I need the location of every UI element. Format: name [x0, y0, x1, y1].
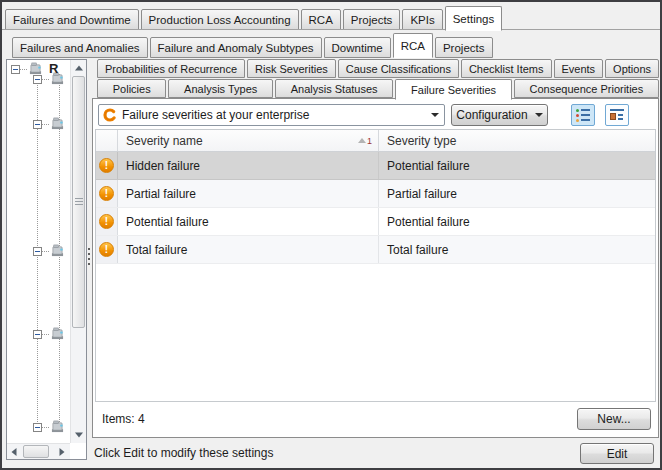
- hierarchy-tree-panel: R: [6, 59, 87, 460]
- tab-rca-settings[interactable]: RCA: [393, 33, 433, 58]
- equipment-icon: [27, 62, 44, 75]
- tab-cause-classifications[interactable]: Cause Classifications: [338, 59, 459, 78]
- warning-icon: [99, 186, 114, 201]
- row-icon-cell: [96, 180, 118, 207]
- tree-connector-line: [42, 334, 49, 335]
- tab-production-loss-accounting[interactable]: Production Loss Accounting: [141, 9, 299, 30]
- collapse-icon[interactable]: [33, 330, 42, 339]
- enterprise-icon: [102, 107, 118, 123]
- list-view-icon: [576, 109, 590, 122]
- row-icon-cell: [96, 236, 118, 263]
- tree-vertical-scrollbar[interactable]: [70, 60, 86, 443]
- severity-type-cell: Potential failure: [379, 152, 655, 179]
- tab-failure-severities[interactable]: Failure Severities: [395, 79, 511, 100]
- collapse-icon[interactable]: [11, 65, 20, 74]
- edit-button[interactable]: Edit: [580, 443, 654, 464]
- combobox-dropdown-icon[interactable]: [426, 113, 444, 117]
- tree-content: R: [7, 60, 70, 443]
- main-tab-strip: Failures and Downtime Production Loss Ac…: [5, 5, 660, 30]
- list-view-toggle-button[interactable]: [571, 104, 595, 126]
- edit-hint-label: Click Edit to modify these settings: [94, 446, 273, 460]
- sort-order-number: 1: [367, 136, 372, 146]
- tab-policies[interactable]: Policies: [97, 79, 166, 98]
- arrow-right-icon: [60, 448, 65, 456]
- tree-connector-line: [42, 427, 49, 428]
- tab-options[interactable]: Options: [605, 59, 659, 78]
- tab-settings[interactable]: Settings: [445, 6, 503, 31]
- equipment-icon: [49, 117, 66, 130]
- failure-severities-panel: Failure severities at your enterprise Co…: [92, 98, 659, 438]
- collapse-icon[interactable]: [33, 120, 42, 129]
- severities-table: Severity name 1 Severity type Hidden fai…: [95, 129, 656, 402]
- splitter[interactable]: [88, 248, 91, 265]
- tab-failures-and-anomalies[interactable]: Failures and Anomalies: [12, 37, 148, 58]
- chevron-down-icon: [535, 113, 543, 117]
- tree-connector-line: [42, 251, 49, 252]
- tab-rca[interactable]: RCA: [301, 9, 341, 30]
- severity-type-cell: Partial failure: [379, 180, 655, 207]
- tab-failures-and-downtime[interactable]: Failures and Downtime: [5, 9, 139, 30]
- vertical-scroll-thumb[interactable]: [72, 76, 85, 328]
- tree-connector-line: [42, 79, 49, 80]
- warning-icon: [99, 214, 114, 229]
- sort-ascending-icon: [358, 138, 366, 143]
- icon-column-header[interactable]: [96, 130, 118, 151]
- severity-type-column-header[interactable]: Severity type: [379, 130, 655, 151]
- tab-probabilities-of-recurrence[interactable]: Probabilities of Recurrence: [97, 59, 245, 78]
- tree-horizontal-scrollbar[interactable]: [7, 443, 70, 459]
- tree-connector-line: [42, 124, 49, 125]
- tab-checklist-items[interactable]: Checklist Items: [461, 59, 552, 78]
- severity-type-header-label: Severity type: [387, 134, 456, 148]
- settings-tab-strip: Failures and Anomalies Failure and Anoma…: [12, 33, 656, 58]
- settings-window: Failures and Downtime Production Loss Ac…: [0, 0, 662, 470]
- tab-risk-severities[interactable]: Risk Severities: [247, 59, 336, 78]
- scroll-left-button[interactable]: [7, 444, 21, 459]
- rca-settings-tab-strip-row2: Policies Analysis Types Analysis Statuse…: [97, 79, 659, 98]
- arrow-up-icon: [75, 66, 83, 71]
- tab-strip-divider: [2, 29, 660, 30]
- table-row[interactable]: Partial failure Partial failure: [96, 180, 655, 208]
- arrow-down-icon: [75, 433, 83, 438]
- configuration-button[interactable]: Configuration: [451, 104, 548, 126]
- card-view-toggle-button[interactable]: [605, 104, 629, 126]
- new-button[interactable]: New...: [577, 408, 651, 430]
- severity-name-cell: Hidden failure: [118, 152, 379, 179]
- table-row[interactable]: Hidden failure Potential failure: [96, 152, 655, 180]
- severity-name-column-header[interactable]: Severity name 1: [118, 130, 379, 151]
- table-row[interactable]: Potential failure Potential failure: [96, 208, 655, 236]
- severity-type-cell: Total failure: [379, 236, 655, 263]
- scroll-down-button[interactable]: [71, 427, 86, 443]
- warning-icon: [99, 242, 114, 257]
- tab-kpis[interactable]: KPIs: [402, 9, 442, 30]
- severity-type-cell: Potential failure: [379, 208, 655, 235]
- scroll-up-button[interactable]: [71, 60, 86, 76]
- collapse-icon[interactable]: [33, 75, 42, 84]
- table-header-row: Severity name 1 Severity type: [96, 130, 655, 152]
- card-view-icon: [610, 109, 624, 121]
- tab-consequence-priorities[interactable]: Consequence Priorities: [514, 79, 659, 98]
- severity-set-value: Failure severities at your enterprise: [122, 108, 426, 122]
- tree-connector-line: [20, 69, 27, 70]
- tab-analysis-statuses[interactable]: Analysis Statuses: [275, 79, 393, 98]
- equipment-icon: [49, 244, 66, 257]
- sort-indicator: 1: [358, 136, 372, 146]
- tab-projects[interactable]: Projects: [343, 9, 401, 30]
- severity-set-combobox[interactable]: Failure severities at your enterprise: [98, 104, 445, 126]
- tab-projects-settings[interactable]: Projects: [435, 37, 493, 58]
- horizontal-scroll-thumb[interactable]: [23, 445, 49, 458]
- row-icon-cell: [96, 152, 118, 179]
- collapse-icon[interactable]: [33, 423, 42, 432]
- equipment-icon: [49, 420, 66, 433]
- configuration-button-label: Configuration: [456, 108, 527, 122]
- rca-settings-tab-strip-row1: Probabilities of Recurrence Risk Severit…: [97, 59, 659, 78]
- tree-root-label: R: [49, 61, 58, 76]
- collapse-icon[interactable]: [33, 247, 42, 256]
- equipment-icon: [49, 327, 66, 340]
- table-row[interactable]: Total failure Total failure: [96, 236, 655, 264]
- tab-analysis-types[interactable]: Analysis Types: [168, 79, 273, 98]
- tab-events[interactable]: Events: [554, 59, 604, 78]
- scroll-right-button[interactable]: [55, 444, 69, 459]
- tab-failure-and-anomaly-subtypes[interactable]: Failure and Anomaly Subtypes: [150, 37, 322, 58]
- tab-downtime[interactable]: Downtime: [324, 37, 391, 58]
- severity-name-header-label: Severity name: [126, 134, 203, 148]
